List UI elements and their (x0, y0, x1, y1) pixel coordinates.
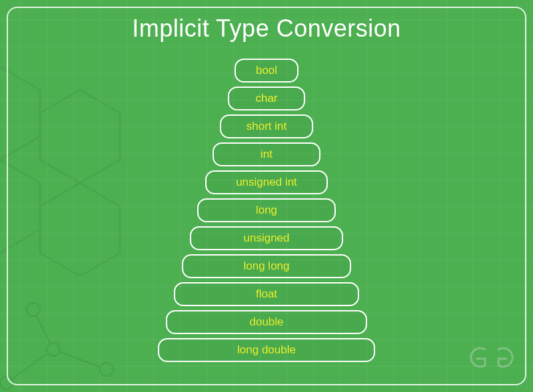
type-label: char (255, 92, 277, 105)
diagram-title: Implicit Type Conversion (0, 15, 533, 43)
type-label: float (256, 288, 277, 301)
type-box: long double (158, 338, 375, 362)
type-box: char (228, 87, 305, 110)
type-box: double (166, 310, 367, 334)
type-box: bool (235, 59, 298, 83)
type-box: long (197, 198, 336, 222)
type-box: short int (220, 114, 313, 138)
watermark-logo (468, 344, 516, 373)
type-label: int (261, 148, 272, 161)
type-label: unsigned (243, 232, 289, 245)
type-label: long long (243, 260, 289, 273)
type-label: long double (237, 343, 296, 357)
type-label: bool (256, 64, 277, 77)
type-box: long long (182, 254, 351, 278)
type-label: long (256, 204, 277, 217)
type-label: double (249, 315, 283, 329)
type-label: short int (247, 120, 286, 133)
type-box: float (174, 282, 359, 306)
type-box: unsigned int (205, 170, 328, 194)
type-box: int (213, 142, 320, 166)
type-hierarchy-stack: boolcharshort intintunsigned intlongunsi… (0, 59, 533, 362)
type-box: unsigned (190, 226, 343, 250)
type-label: unsigned int (236, 176, 297, 189)
